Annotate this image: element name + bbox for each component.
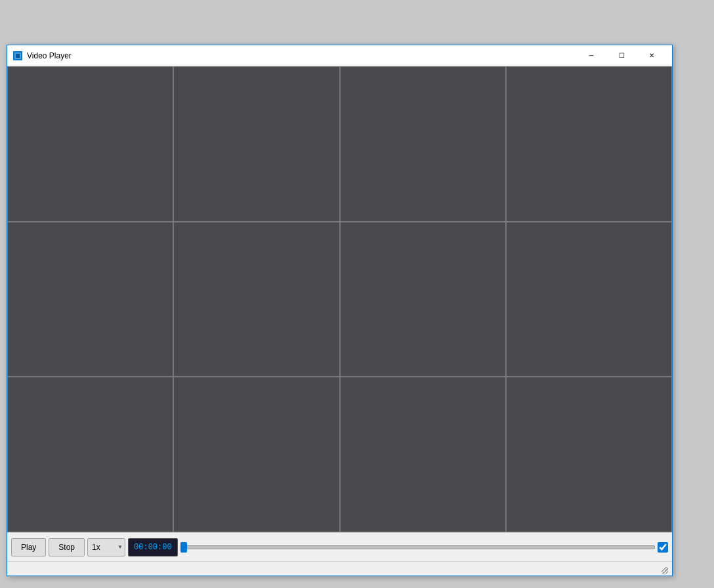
main-window: Video Player ─ ☐ ✕ Play Stop 0.25x 0.5x … — [7, 45, 673, 576]
loop-checkbox[interactable] — [658, 542, 668, 553]
window-controls: ─ ☐ ✕ — [576, 45, 667, 66]
grid-cell-4 — [506, 66, 672, 222]
close-button[interactable]: ✕ — [637, 45, 667, 66]
grid-cell-1 — [7, 66, 173, 222]
grid-cell-11 — [340, 377, 506, 532]
speed-select[interactable]: 0.25x 0.5x 1x 2x 4x — [87, 538, 125, 556]
time-display: 00:00:00 — [128, 538, 178, 556]
resize-grip[interactable] — [659, 564, 668, 574]
timeline-track[interactable] — [183, 545, 655, 549]
svg-rect-2 — [16, 54, 20, 58]
grid-cell-9 — [7, 377, 173, 532]
timeline-wrapper — [183, 542, 668, 553]
grid-cell-5 — [7, 222, 173, 377]
resize-grip-dots — [662, 567, 668, 574]
stop-button[interactable]: Stop — [49, 538, 85, 556]
grid-cell-6 — [173, 222, 339, 377]
grid-cell-10 — [173, 377, 339, 532]
grid-cell-3 — [340, 66, 506, 222]
title-bar: Video Player ─ ☐ ✕ — [7, 45, 672, 66]
timeline-thumb[interactable] — [180, 542, 187, 553]
grid-cell-7 — [340, 222, 506, 377]
maximize-button[interactable]: ☐ — [606, 45, 637, 66]
minimize-button[interactable]: ─ — [576, 45, 606, 66]
status-bar — [7, 561, 672, 576]
grid-cell-8 — [506, 222, 672, 377]
grid-cell-2 — [173, 66, 339, 222]
window-title: Video Player — [27, 51, 576, 60]
speed-selector-wrapper: 0.25x 0.5x 1x 2x 4x ▼ — [87, 538, 125, 556]
video-grid — [7, 66, 672, 532]
grid-cell-12 — [506, 377, 672, 532]
control-bar: Play Stop 0.25x 0.5x 1x 2x 4x ▼ 00:00:00 — [7, 532, 672, 561]
app-icon — [12, 51, 23, 61]
play-button[interactable]: Play — [11, 538, 46, 556]
